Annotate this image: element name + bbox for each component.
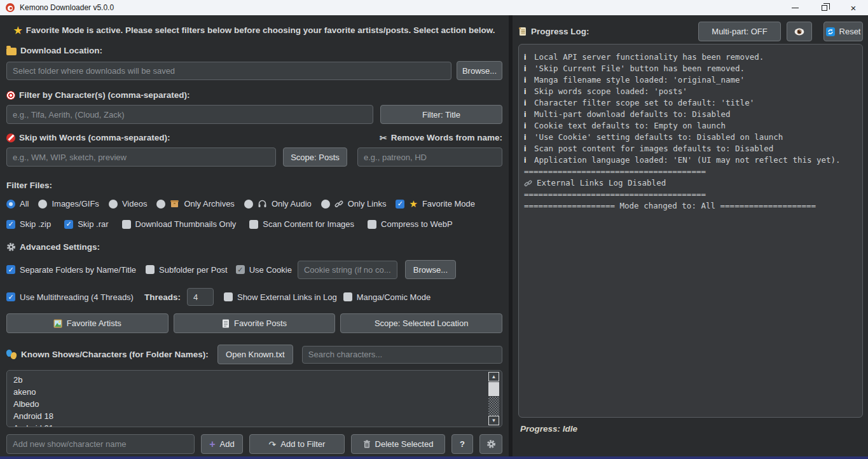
star-icon: ★ [409, 199, 417, 209]
compress-webp-checkbox[interactable]: Compress to WebP [368, 219, 452, 229]
window-title: Kemono Downloader v5.0.0 [20, 3, 114, 12]
skip-scope-button[interactable]: Scope: Posts [283, 147, 347, 167]
delete-selected-button[interactable]: Delete Selected [351, 434, 445, 454]
progress-log-panel: Progress Log: Multi-part: OFF Reset iLoc… [513, 15, 868, 456]
eye-icon [794, 28, 804, 36]
add-button[interactable]: + Add [201, 434, 243, 454]
list-item[interactable]: Albedo [13, 398, 495, 410]
cookie-string-input[interactable] [298, 261, 397, 279]
info-icon: i [524, 154, 534, 166]
radio-archives-control [156, 200, 165, 209]
list-item[interactable]: 2b [13, 374, 495, 386]
list-item[interactable]: Android 18 [13, 410, 495, 422]
scroll-thumb[interactable] [488, 382, 499, 396]
favorite-artists-button[interactable]: Favorite Artists [6, 313, 169, 333]
skip-words-label: Skip with Words (comma-separated): [19, 133, 170, 142]
info-icon: i [524, 74, 534, 86]
browse-download-button[interactable]: Browse... [457, 61, 502, 80]
curve-arrow-icon: ↷ [269, 439, 277, 449]
radio-images-control [38, 200, 47, 209]
settings-button[interactable] [479, 434, 502, 454]
multithreading-checkbox[interactable]: ✓Use Multithreading (4 Threads) [6, 292, 134, 302]
use-cookie-checkbox[interactable]: ✓Use Cookie [236, 265, 292, 275]
eye-toggle-button[interactable] [787, 22, 812, 41]
download-location-input[interactable] [6, 62, 451, 80]
progress-status: Progress: Idle [518, 424, 863, 434]
list-item[interactable]: akeno [13, 386, 495, 398]
list-item[interactable]: Android 21 [13, 422, 495, 427]
filter-files-label: Filter Files: [6, 181, 52, 190]
character-filter-input[interactable] [6, 105, 373, 124]
reset-button[interactable]: Reset [823, 22, 863, 41]
separate-folders-checkbox[interactable]: ✓Separate Folders by Name/Title [6, 265, 136, 275]
folder-icon [6, 48, 17, 55]
radio-only-audio[interactable]: Only Audio [244, 199, 312, 209]
radio-only-links[interactable]: Only Links [321, 199, 387, 209]
known-characters-list[interactable]: 2b akeno Albedo Android 18 Android 21 ▲ … [6, 370, 502, 427]
list-scrollbar[interactable]: ▲ ▼ [488, 372, 499, 425]
gear-icon [6, 242, 16, 252]
info-icon: i [524, 109, 534, 120]
radio-videos-control [109, 200, 118, 209]
picture-icon [53, 319, 62, 328]
filter-scope-button[interactable]: Filter: Title [380, 105, 502, 124]
log-separator: ====================================== [524, 166, 706, 177]
skip-words-input[interactable] [6, 147, 276, 167]
add-character-input[interactable] [6, 434, 195, 454]
minimize-button[interactable] [780, 0, 809, 15]
close-icon: × [851, 3, 857, 13]
scan-content-checkbox[interactable]: Scan Content for Images [249, 219, 354, 229]
favorite-scope-button[interactable]: Scope: Selected Location [340, 313, 502, 333]
skip-rar-checkbox[interactable]: ✓Skip .rar [64, 219, 108, 229]
window-bottom-accent [0, 456, 868, 459]
plus-icon: + [209, 439, 215, 449]
multipart-toggle-button[interactable]: Multi-part: OFF [698, 22, 781, 41]
info-icon: i [524, 120, 534, 132]
open-known-txt-button[interactable]: Open Known.txt [217, 345, 293, 364]
manga-comic-mode-checkbox[interactable]: Manga/Comic Mode [343, 292, 431, 302]
radio-all[interactable]: All [6, 199, 29, 209]
scroll-up-button[interactable]: ▲ [488, 372, 499, 381]
radio-images-gifs[interactable]: Images/GIFs [38, 199, 99, 209]
info-icon: i [524, 86, 534, 97]
help-button[interactable]: ? [451, 434, 473, 454]
app-logo-icon [6, 3, 15, 12]
titlebar: Kemono Downloader v5.0.0 × [0, 0, 868, 15]
restore-icon [822, 5, 827, 11]
radio-all-control [6, 200, 15, 209]
close-button[interactable]: × [839, 0, 868, 15]
download-thumbnails-checkbox[interactable]: Download Thumbnails Only [122, 219, 237, 229]
trash-icon [363, 440, 371, 448]
scroll-track[interactable] [488, 397, 499, 416]
main-settings-panel: ★ Favorite Mode is active. Please select… [0, 15, 509, 456]
threads-input[interactable] [187, 288, 214, 306]
browse-cookie-button[interactable]: Browse... [405, 260, 456, 279]
minimize-icon [792, 8, 799, 8]
add-to-filter-button[interactable]: ↷ Add to Filter [249, 434, 345, 454]
remove-words-label: Remove Words from name: [391, 133, 502, 142]
radio-links-control [321, 200, 330, 209]
favorite-mode-checkbox[interactable]: ✓ ★ Favorite Mode [396, 199, 475, 209]
favorite-posts-button[interactable]: Favorite Posts [174, 313, 336, 333]
subfolder-per-post-checkbox[interactable]: Subfolder per Post [146, 265, 228, 275]
skip-zip-checkbox[interactable]: ✓Skip .zip [6, 219, 51, 229]
download-location-label: Download Location: [20, 46, 102, 55]
scroll-down-button[interactable]: ▼ [488, 416, 499, 425]
scissors-icon: ✂ [380, 134, 387, 142]
radio-videos[interactable]: Videos [109, 199, 148, 209]
radio-only-archives[interactable]: Only Archives [156, 199, 234, 209]
remove-words-input[interactable] [357, 147, 502, 167]
progress-log-output[interactable]: iLocal API server functionality has been… [518, 44, 863, 418]
info-icon: i [524, 97, 534, 109]
advanced-settings-label: Advanced Settings: [20, 242, 100, 252]
target-icon [6, 91, 15, 100]
archive-box-icon [170, 199, 179, 209]
show-external-links-checkbox[interactable]: Show External Links in Log [224, 292, 337, 302]
no-entry-icon [6, 134, 15, 142]
search-characters-input[interactable] [302, 346, 502, 364]
favorite-mode-banner: Favorite Mode is active. Please select f… [26, 25, 495, 35]
info-icon: i [524, 143, 534, 154]
threads-label: Threads: [144, 292, 181, 302]
restore-button[interactable] [809, 0, 839, 15]
star-icon: ★ [13, 25, 22, 35]
